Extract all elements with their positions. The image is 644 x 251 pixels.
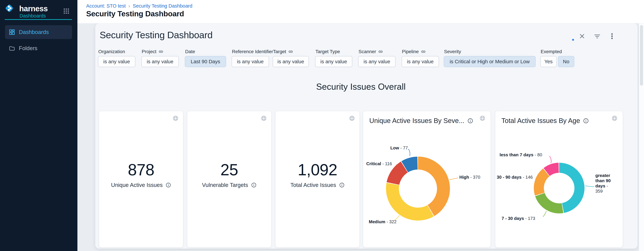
card-unique-active-issues: 878 Unique Active Issues xyxy=(99,111,183,248)
info-icon[interactable] xyxy=(251,182,256,188)
filter-date: DateLast 90 Days xyxy=(185,56,226,67)
link-icon[interactable] xyxy=(288,49,293,54)
filter-chip[interactable]: is any value xyxy=(142,56,179,67)
card-total-active-issues: 1,092 Total Active Issues xyxy=(275,111,360,248)
filter-label: Scanner xyxy=(358,49,383,54)
section-title: Security Issues Overall xyxy=(99,82,623,92)
filter-chip[interactable]: Last 90 Days xyxy=(185,56,226,67)
filter-label: Exempted xyxy=(541,49,562,54)
filter-chip[interactable]: is Critical or High or Medium or Low xyxy=(444,56,536,67)
metric-value: 1,092 xyxy=(276,161,359,179)
filter-exempted: ExemptedYesNo xyxy=(540,56,574,67)
globe-icon xyxy=(172,115,178,121)
close-icon[interactable] xyxy=(578,32,586,40)
filter-label: Severity xyxy=(444,49,461,54)
link-icon[interactable] xyxy=(421,49,426,54)
metric-value: 878 xyxy=(99,161,183,179)
donut-chart-age[interactable] xyxy=(495,111,622,247)
callout-line xyxy=(543,211,546,217)
filter-label: Pipeline xyxy=(402,49,426,54)
metric-label: Total Active Issues xyxy=(276,182,359,188)
dashboards-icon xyxy=(9,29,15,35)
sidebar-item-label: Folders xyxy=(19,45,37,51)
card-total-active-issues-by-age: Total Active Issues By Age greater than … xyxy=(495,111,623,248)
callout-line xyxy=(408,149,410,156)
kebab-menu-icon[interactable] xyxy=(608,32,616,40)
filter-target-type: Target Typeis any value xyxy=(315,56,352,67)
globe-icon xyxy=(261,115,267,121)
metric-label: Unique Active Issues xyxy=(99,182,183,188)
donut-chart-severity[interactable] xyxy=(363,111,490,247)
breadcrumb: Account: STO test › Security Testing Das… xyxy=(86,3,192,9)
filter-pipeline: Pipelineis any value xyxy=(402,56,439,67)
filter-project: Projectis any value xyxy=(142,56,179,67)
card-vulnerable-targets: 25 Vulnerable Targets xyxy=(187,111,271,248)
folder-icon xyxy=(9,45,15,51)
sidebar-accent-divider xyxy=(5,19,72,20)
link-icon[interactable] xyxy=(378,49,383,54)
app-switcher-icon[interactable] xyxy=(63,8,70,14)
sidebar-item-label: Dashboards xyxy=(19,29,49,35)
callout-line xyxy=(550,156,551,163)
filter-chip[interactable]: is any value xyxy=(315,56,352,67)
exempted-option-no[interactable]: No xyxy=(558,56,574,67)
product-name: Dashboards xyxy=(20,13,46,19)
filter-severity: Severityis Critical or High or Medium or… xyxy=(444,56,536,67)
cursor-dot xyxy=(572,39,574,41)
breadcrumb-account-link[interactable]: Account: STO test xyxy=(86,3,126,9)
filter-chip[interactable]: is any value xyxy=(273,56,309,67)
filter-label: Target xyxy=(273,49,293,54)
filter-organization: Organizationis any value xyxy=(98,56,135,67)
scrollbar-thumb[interactable] xyxy=(640,25,643,86)
filter-chip[interactable]: is any value xyxy=(98,56,135,67)
top-header: Account: STO test › Security Testing Das… xyxy=(78,0,644,23)
brand-wordmark: harness xyxy=(19,4,48,13)
sidebar-item-dashboards[interactable]: Dashboards xyxy=(5,25,72,39)
callout-line xyxy=(394,215,400,220)
harness-logo-icon xyxy=(5,4,14,13)
dashboard-panel: Security Testing Dashboard Organizationi… xyxy=(95,23,638,249)
filter-icon[interactable] xyxy=(593,32,602,40)
dashboard-heading: Security Testing Dashboard xyxy=(100,29,212,40)
globe-icon xyxy=(349,115,355,121)
filter-label: Organization xyxy=(98,49,125,54)
filter-chip[interactable]: is any value xyxy=(402,56,439,67)
info-icon[interactable] xyxy=(166,182,171,188)
brand-header: harness Dashboards xyxy=(5,3,73,19)
filter-label: Date xyxy=(185,49,195,54)
page-title: Security Testing Dashboard xyxy=(86,9,184,18)
filter-scanner: Scanneris any value xyxy=(358,56,396,67)
metric-label: Vulnerable Targets xyxy=(187,182,271,188)
filter-chip[interactable]: is any value xyxy=(232,56,269,67)
breadcrumb-separator: › xyxy=(128,3,130,9)
sidebar: harness Dashboards Dashboards Folders xyxy=(0,0,78,251)
filter-chip[interactable]: is any value xyxy=(358,56,396,67)
breadcrumb-current-link[interactable]: Security Testing Dashboard xyxy=(133,3,192,9)
filter-target: Targetis any value xyxy=(273,56,309,67)
filter-label: Reference Identifier xyxy=(232,49,273,54)
filter-label: Project xyxy=(142,49,164,54)
callout-line xyxy=(450,178,458,180)
scrollbar[interactable] xyxy=(638,23,644,251)
link-icon[interactable] xyxy=(158,49,164,54)
exempted-option-yes[interactable]: Yes xyxy=(540,56,557,67)
filter-reference-identifier: Reference Identifieris any value xyxy=(232,56,269,67)
sidebar-item-folders[interactable]: Folders xyxy=(5,43,72,54)
metric-value: 25 xyxy=(187,161,271,179)
card-unique-active-issues-by-severity: Unique Active Issues By Seve... High - 3… xyxy=(363,111,491,248)
filter-label: Target Type xyxy=(316,49,340,54)
callout-line xyxy=(585,186,594,187)
info-icon[interactable] xyxy=(339,182,344,188)
